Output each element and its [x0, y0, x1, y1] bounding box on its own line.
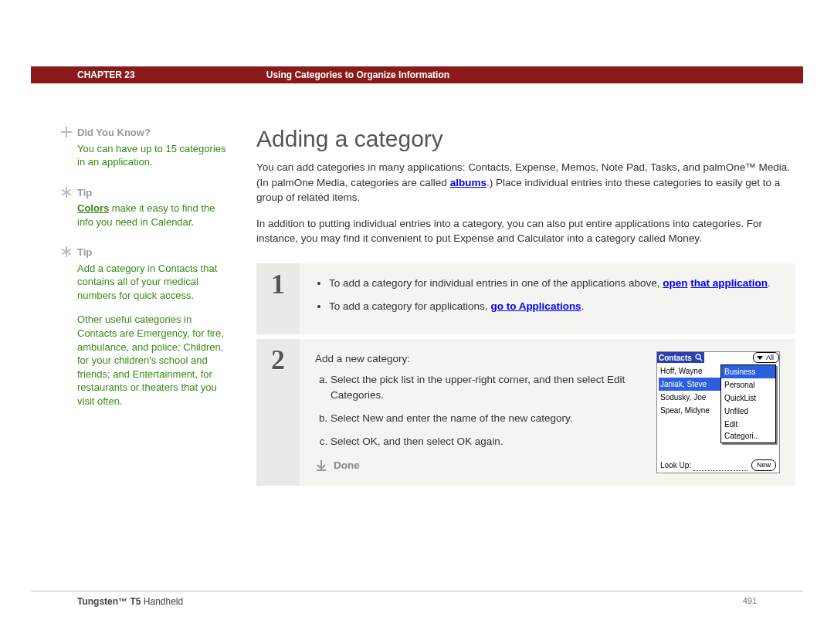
menu-item[interactable]: Business	[721, 365, 775, 378]
contact-row[interactable]: Janiak, Steve	[659, 378, 730, 391]
main-content: Adding a category You can add categories…	[232, 126, 803, 490]
lookup-field[interactable]	[693, 463, 748, 471]
did-you-know-body: You can have up to 15 categories in an a…	[77, 142, 232, 169]
contact-row[interactable]: Sodusky, Joe	[659, 391, 730, 404]
tip2-label: Tip	[77, 246, 232, 259]
did-you-know-label: Did You Know?	[77, 126, 232, 140]
intro-para-1: You can add categories in many applicati…	[256, 160, 795, 205]
page-title: Adding a category	[256, 126, 795, 152]
step1-bullet-1: To add a category for individual entries…	[329, 276, 780, 291]
contact-row[interactable]: Spear, Midyne	[659, 404, 730, 417]
chapter-prefix: CHAPTER	[77, 69, 122, 80]
tip1-label: Tip	[77, 186, 232, 200]
step-number-badge: 2	[256, 339, 300, 486]
intro-para-2: In addition to putting individual entrie…	[256, 216, 795, 246]
asterisk-icon	[60, 246, 73, 258]
did-you-know-block: Did You Know? You can have up to 15 cate…	[77, 126, 232, 169]
open-app-link-1[interactable]: open	[663, 277, 687, 289]
goto-applications-link[interactable]: go to Applications	[490, 300, 581, 312]
menu-item[interactable]: Unfiled	[721, 405, 775, 418]
svg-line-1	[700, 358, 702, 361]
contact-row[interactable]: Hoff, Wayne	[659, 364, 730, 378]
s1b1-text: To add a category for individual entries…	[329, 277, 663, 289]
colors-link[interactable]: Colors	[77, 202, 109, 214]
picklist-value: All	[766, 353, 774, 364]
done-arrow-icon	[315, 459, 327, 472]
product-bold: Tungsten™ T5	[77, 596, 141, 607]
chapter-number: 23	[124, 69, 134, 80]
chapter-label: CHAPTER 23	[31, 69, 135, 80]
albums-link[interactable]: albums	[450, 177, 486, 188]
lookup-label: Look Up:	[660, 459, 748, 471]
asterisk-icon	[60, 186, 73, 198]
step-number: 1	[271, 268, 285, 300]
product-name: Tungsten™ T5 Handheld	[77, 596, 183, 607]
step-number-badge: 1	[256, 263, 300, 335]
menu-item[interactable]: QuickList	[721, 391, 775, 405]
done-label: Done	[334, 458, 360, 473]
tip2-block: Tip Add a category in Contacts that cont…	[77, 246, 232, 408]
tip1-block: Tip Colors make it easy to find the info…	[77, 186, 232, 229]
device-screenshot: Contacts All Hoff, WayneJaniak, SteveSod…	[656, 351, 780, 473]
sidebar: Did You Know? You can have up to 15 cate…	[31, 126, 232, 490]
tip2-p2: Other useful categories in Contacts are …	[77, 313, 232, 408]
step-2: 2 Add a new category: Select the pick li…	[256, 339, 795, 486]
plus-icon	[60, 126, 73, 138]
category-menu[interactable]: BusinessPersonalQuickListUnfiledEdit Cat…	[720, 364, 776, 443]
step-1: 1 To add a category for individual entri…	[256, 263, 795, 335]
device-app-title: Contacts	[657, 352, 693, 363]
step2-lead: Add a new category:	[315, 351, 646, 367]
category-picklist[interactable]: All	[753, 352, 779, 363]
search-icon[interactable]	[693, 352, 704, 363]
new-button[interactable]: New	[751, 459, 776, 472]
menu-item[interactable]: Personal	[721, 378, 775, 391]
open-app-link-2[interactable]: that application	[690, 277, 768, 289]
step2-a: Select the pick list in the upper-right …	[331, 372, 646, 404]
done-row: Done	[315, 458, 646, 473]
step1-bullet-2: To add a category for applications, go t…	[329, 299, 780, 314]
step2-c: Select OK, and then select OK again.	[331, 434, 646, 449]
menu-item[interactable]: Edit Categori..	[721, 418, 775, 442]
doc-header-title: Using Categories to Organize Information	[266, 69, 449, 80]
step-number: 2	[271, 344, 285, 376]
doc-header: CHAPTER 23 Using Categories to Organize …	[31, 66, 803, 83]
page-number: 491	[743, 596, 757, 607]
s1b2-text: To add a category for applications,	[329, 300, 490, 312]
tip1-body: Colors make it easy to find the info you…	[77, 202, 232, 229]
step2-b: Select New and enter the name of the new…	[331, 411, 646, 426]
product-rest: Handheld	[141, 596, 183, 607]
tip2-p1: Add a category in Contacts that contains…	[77, 262, 232, 303]
dropdown-triangle-icon	[757, 356, 763, 360]
page-footer: Tungsten™ T5 Handheld 491	[31, 591, 803, 607]
